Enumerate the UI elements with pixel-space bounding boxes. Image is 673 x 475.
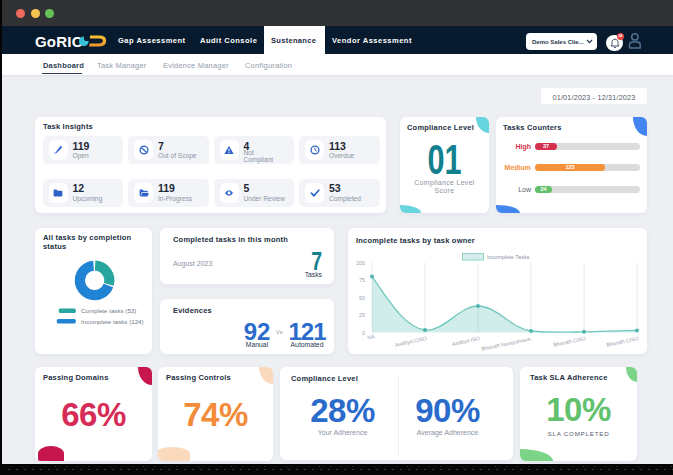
svg-text:25: 25 bbox=[359, 312, 365, 318]
svg-text:NA: NA bbox=[367, 333, 376, 340]
svg-text:Complete tasks (53): Complete tasks (53) bbox=[81, 307, 136, 314]
svg-text:50: 50 bbox=[359, 295, 365, 301]
svg-text:Bharath CISO: Bharath CISO bbox=[606, 335, 640, 348]
svg-text:100: 100 bbox=[356, 260, 365, 266]
svg-text:Incomplete Tasks: Incomplete Tasks bbox=[487, 254, 530, 260]
svg-text:75: 75 bbox=[359, 277, 365, 283]
svg-text:Aaditya CISO: Aaditya CISO bbox=[395, 335, 428, 348]
svg-text:Incomplete tasks (124): Incomplete tasks (124) bbox=[81, 318, 144, 325]
svg-text:Bharath Narayanasw..: Bharath Narayanasw.. bbox=[481, 335, 533, 352]
svg-text:Bharath CISO: Bharath CISO bbox=[553, 335, 587, 348]
svg-text:0: 0 bbox=[362, 330, 365, 336]
svg-text:Aaditya ISO: Aaditya ISO bbox=[451, 335, 480, 347]
